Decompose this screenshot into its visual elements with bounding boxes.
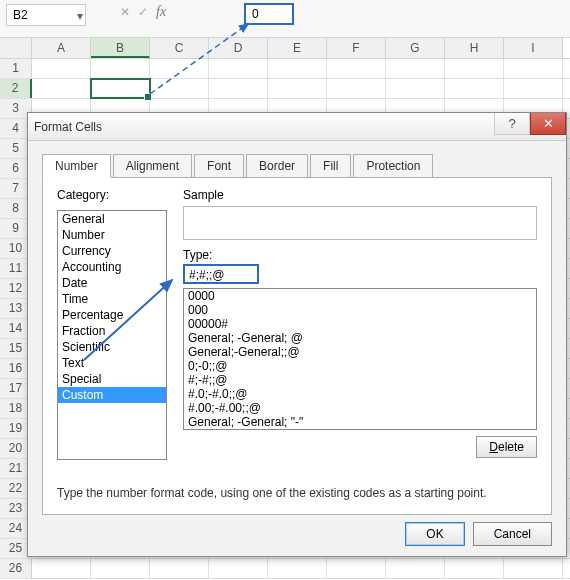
type-input[interactable]: #;#;;@ (183, 264, 259, 284)
close-button[interactable]: ✕ (530, 113, 566, 135)
cell[interactable] (504, 559, 563, 578)
ok-button[interactable]: OK (405, 522, 464, 546)
dialog-title: Format Cells (34, 120, 102, 134)
cell[interactable] (268, 59, 327, 78)
accept-formula-icon: ✓ (138, 5, 148, 19)
cell[interactable] (386, 59, 445, 78)
dialog-titlebar[interactable]: Format Cells ? ✕ (28, 113, 566, 141)
cell[interactable] (32, 559, 91, 578)
category-item[interactable]: Scientific (58, 339, 166, 355)
fx-icon: fx (156, 4, 166, 20)
formula-controls: ✕ ✓ fx (120, 4, 166, 20)
category-item[interactable]: Percentage (58, 307, 166, 323)
tab-font[interactable]: Font (194, 154, 244, 178)
format-item[interactable]: 0000 (184, 289, 536, 303)
format-item[interactable]: General; -General; "-" (184, 415, 536, 429)
category-item[interactable]: Custom (58, 387, 166, 403)
formula-bar-value[interactable]: 0 (244, 3, 294, 25)
cell[interactable] (32, 59, 91, 78)
cell[interactable] (150, 559, 209, 578)
category-item[interactable]: Date (58, 275, 166, 291)
tab-protection[interactable]: Protection (353, 154, 433, 178)
format-item[interactable]: #;#;;@ (184, 429, 536, 430)
cell[interactable] (504, 59, 563, 78)
column-header[interactable]: C (150, 38, 209, 58)
cell[interactable] (445, 559, 504, 578)
format-item[interactable]: General;-General;;@ (184, 345, 536, 359)
cell[interactable] (386, 79, 445, 98)
category-item[interactable]: General (58, 211, 166, 227)
name-box-value: B2 (13, 8, 28, 22)
delete-button[interactable]: Delete (476, 436, 537, 458)
format-item[interactable]: #;-#;;@ (184, 373, 536, 387)
column-header[interactable]: I (504, 38, 563, 58)
cell[interactable] (386, 559, 445, 578)
category-item[interactable]: Special (58, 371, 166, 387)
format-item[interactable]: #.0;-#.0;;@ (184, 387, 536, 401)
name-box[interactable]: B2 ▾ (6, 4, 86, 26)
format-item[interactable]: 000 (184, 303, 536, 317)
column-header[interactable]: G (386, 38, 445, 58)
cell[interactable] (268, 559, 327, 578)
hint-text: Type the number format code, using one o… (57, 486, 537, 500)
column-header[interactable]: D (209, 38, 268, 58)
cell[interactable] (32, 79, 91, 98)
select-all-corner[interactable] (0, 38, 32, 58)
sample-label: Sample (183, 188, 537, 202)
cell[interactable] (209, 559, 268, 578)
cell[interactable] (327, 79, 386, 98)
column-header[interactable]: B (91, 38, 150, 58)
cell[interactable] (504, 79, 563, 98)
tab-alignment[interactable]: Alignment (113, 154, 192, 178)
column-header[interactable]: A (32, 38, 91, 58)
row-header[interactable]: 2 (0, 79, 32, 98)
format-item[interactable]: 0;-0;;@ (184, 359, 536, 373)
category-item[interactable]: Fraction (58, 323, 166, 339)
category-item[interactable]: Currency (58, 243, 166, 259)
cell[interactable] (150, 59, 209, 78)
tab-border[interactable]: Border (246, 154, 308, 178)
cancel-button[interactable]: Cancel (473, 522, 552, 546)
cell[interactable] (327, 59, 386, 78)
cell[interactable] (91, 59, 150, 78)
cell[interactable] (91, 79, 150, 98)
cell[interactable] (445, 79, 504, 98)
cell[interactable] (327, 559, 386, 578)
row-header[interactable]: 1 (0, 59, 32, 78)
cancel-formula-icon: ✕ (120, 5, 130, 19)
chevron-down-icon: ▾ (77, 9, 83, 23)
row-header[interactable]: 26 (0, 559, 32, 578)
sample-box (183, 206, 537, 240)
cell[interactable] (445, 59, 504, 78)
help-button[interactable]: ? (494, 113, 530, 135)
category-item[interactable]: Time (58, 291, 166, 307)
category-item[interactable]: Number (58, 227, 166, 243)
cell[interactable] (150, 79, 209, 98)
category-item[interactable]: Text (58, 355, 166, 371)
type-label: Type: (183, 248, 537, 262)
format-item[interactable]: General; -General; @ (184, 331, 536, 345)
format-list[interactable]: 000000000000#General; -General; @General… (183, 288, 537, 430)
column-header[interactable]: F (327, 38, 386, 58)
format-item[interactable]: #.00;-#.00;;@ (184, 401, 536, 415)
cell[interactable] (91, 559, 150, 578)
tab-fill[interactable]: Fill (310, 154, 351, 178)
format-cells-dialog: Format Cells ? ✕ NumberAlignmentFontBord… (27, 112, 567, 557)
tab-number[interactable]: Number (42, 154, 111, 178)
cell[interactable] (209, 79, 268, 98)
category-item[interactable]: Accounting (58, 259, 166, 275)
cell[interactable] (209, 59, 268, 78)
cell[interactable] (268, 79, 327, 98)
category-list[interactable]: GeneralNumberCurrencyAccountingDateTimeP… (57, 210, 167, 460)
format-item[interactable]: 00000# (184, 317, 536, 331)
column-header[interactable]: E (268, 38, 327, 58)
column-header[interactable]: H (445, 38, 504, 58)
